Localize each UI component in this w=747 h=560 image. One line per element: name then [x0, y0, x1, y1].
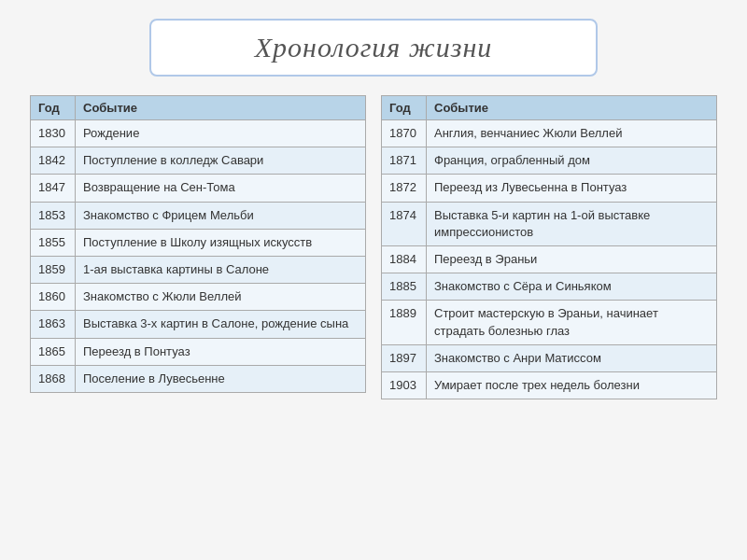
event-cell: Рождение	[76, 120, 366, 147]
tables-container: Год Событие 1830Рождение1842Поступление …	[19, 95, 728, 399]
right-table-header-event: Событие	[427, 96, 717, 120]
event-cell: Знакомство с Фрицем Мельби	[76, 202, 366, 229]
right-table: Год Событие 1870Англия, венчаниес Жюли В…	[381, 95, 717, 399]
event-cell: Возвращение на Сен-Тома	[76, 175, 366, 202]
table-row: 1842Поступление в колледж Савари	[31, 147, 366, 175]
year-cell: 1874	[382, 202, 427, 245]
left-table-wrapper: Год Событие 1830Рождение1842Поступление …	[30, 95, 366, 399]
table-row: 1847Возвращение на Сен-Тома	[31, 175, 366, 202]
table-row: 1903Умирает после трех недель болезни	[382, 371, 717, 399]
year-cell: 1871	[382, 147, 427, 175]
table-row: 1871Франция, ограбленный дом	[382, 147, 717, 175]
year-cell: 1855	[31, 229, 76, 256]
event-cell: Франция, ограбленный дом	[427, 147, 717, 175]
table-row: 1870Англия, венчаниес Жюли Веллей	[382, 120, 717, 147]
year-cell: 1842	[31, 147, 76, 175]
table-row: 1874Выставка 5-и картин на 1-ой выставке…	[382, 202, 717, 245]
event-cell: Знакомство с Сёра и Синьяком	[427, 273, 717, 301]
event-cell: Англия, венчаниес Жюли Веллей	[427, 120, 717, 147]
year-cell: 1868	[31, 365, 76, 392]
event-cell: Поступление в Школу изящных искусств	[76, 229, 366, 256]
year-cell: 1865	[31, 338, 76, 365]
event-cell: Умирает после трех недель болезни	[427, 371, 717, 399]
table-row: 1855Поступление в Школу изящных искусств	[31, 229, 366, 256]
year-cell: 1859	[31, 256, 76, 283]
event-cell: Переезд из Лувесьенна в Понтуаз	[427, 175, 717, 202]
year-cell: 1885	[382, 273, 427, 301]
table-row: 1889Строит мастерскую в Эраньи, начинает…	[382, 301, 717, 344]
year-cell: 1903	[382, 371, 427, 399]
table-row: 1868Поселение в Лувесьенне	[31, 365, 366, 392]
table-row: 1885Знакомство с Сёра и Синьяком	[382, 273, 717, 301]
year-cell: 1872	[382, 175, 427, 202]
left-table-header-event: Событие	[76, 96, 366, 120]
event-cell: Выставка 5-и картин на 1-ой выставке имп…	[427, 202, 717, 245]
table-row: 1865Переезд в Понтуаз	[31, 338, 366, 365]
year-cell: 1860	[31, 284, 76, 311]
year-cell: 1847	[31, 175, 76, 202]
table-row: 1853Знакомство с Фрицем Мельби	[31, 202, 366, 229]
table-row: 1830Рождение	[31, 120, 366, 147]
page-container: Хронология жизни Год Событие 1830Рождени…	[0, 0, 747, 560]
year-cell: 1830	[31, 120, 76, 147]
right-table-wrapper: Год Событие 1870Англия, венчаниес Жюли В…	[381, 95, 717, 399]
event-cell: Переезд в Эраньи	[427, 245, 717, 273]
year-cell: 1889	[382, 301, 427, 344]
left-table: Год Событие 1830Рождение1842Поступление …	[30, 95, 366, 393]
year-cell: 1870	[382, 120, 427, 147]
event-cell: Выставка 3-х картин в Салоне, рождение с…	[76, 311, 366, 338]
year-cell: 1853	[31, 202, 76, 229]
left-table-header-year: Год	[31, 96, 76, 120]
event-cell: Переезд в Понтуаз	[76, 338, 366, 365]
event-cell: Поселение в Лувесьенне	[76, 365, 366, 392]
table-row: 1872Переезд из Лувесьенна в Понтуаз	[382, 175, 717, 202]
right-table-header-year: Год	[382, 96, 427, 120]
table-row: 1897Знакомство с Анри Матиссом	[382, 344, 717, 371]
year-cell: 1884	[382, 245, 427, 273]
event-cell: Строит мастерскую в Эраньи, начинает стр…	[427, 301, 717, 344]
event-cell: 1-ая выставка картины в Салоне	[76, 256, 366, 283]
table-row: 18591-ая выставка картины в Салоне	[31, 256, 366, 283]
table-row: 1860Знакомство с Жюли Веллей	[31, 284, 366, 311]
event-cell: Знакомство с Анри Матиссом	[427, 344, 717, 371]
title-box: Хронология жизни	[149, 19, 598, 77]
page-title: Хронология жизни	[255, 32, 493, 63]
event-cell: Поступление в колледж Савари	[76, 147, 366, 175]
table-row: 1884Переезд в Эраньи	[382, 245, 717, 273]
year-cell: 1897	[382, 344, 427, 371]
year-cell: 1863	[31, 311, 76, 338]
table-row: 1863Выставка 3-х картин в Салоне, рожден…	[31, 311, 366, 338]
event-cell: Знакомство с Жюли Веллей	[76, 284, 366, 311]
